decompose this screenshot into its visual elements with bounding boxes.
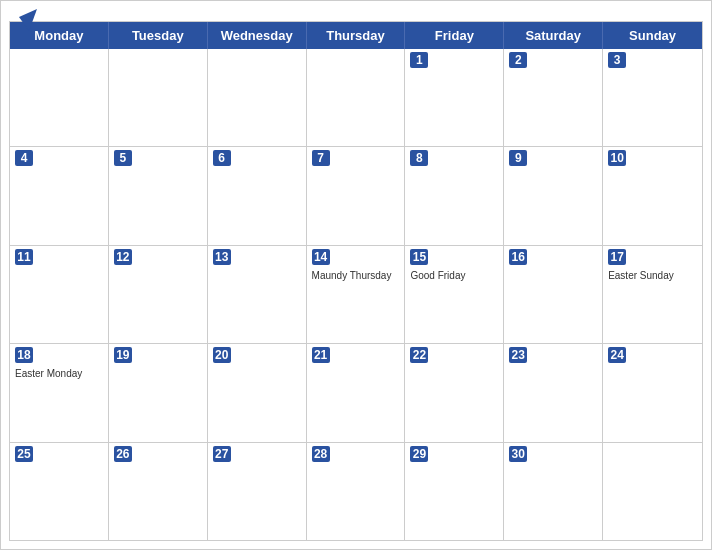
calendar-page: MondayTuesdayWednesdayThursdayFridaySatu…: [0, 0, 712, 550]
day-cell: 14Maundy Thursday: [307, 246, 406, 343]
day-cell: 30: [504, 443, 603, 540]
day-number: 30: [509, 446, 527, 462]
day-number: 5: [114, 150, 132, 166]
week-row-1: 123: [10, 49, 702, 147]
day-cell: 21: [307, 344, 406, 441]
day-cell: 1: [405, 49, 504, 146]
logo-bird-icon: [19, 9, 37, 31]
day-number: 24: [608, 347, 626, 363]
day-number: 22: [410, 347, 428, 363]
weekday-header-tuesday: Tuesday: [109, 22, 208, 49]
holiday-label: Good Friday: [410, 269, 498, 282]
day-cell: 3: [603, 49, 702, 146]
day-cell: 24: [603, 344, 702, 441]
day-cell: [10, 49, 109, 146]
day-cell: 6: [208, 147, 307, 244]
weekday-header-thursday: Thursday: [307, 22, 406, 49]
calendar-body: 1234567891011121314Maundy Thursday15Good…: [10, 49, 702, 540]
day-number: 11: [15, 249, 33, 265]
day-number: 8: [410, 150, 428, 166]
day-number: 14: [312, 249, 330, 265]
day-number: 23: [509, 347, 527, 363]
day-number: 12: [114, 249, 132, 265]
day-number: 15: [410, 249, 428, 265]
day-number: 10: [608, 150, 626, 166]
weekday-headers: MondayTuesdayWednesdayThursdayFridaySatu…: [10, 22, 702, 49]
holiday-label: Easter Sunday: [608, 269, 697, 282]
day-number: 29: [410, 446, 428, 462]
day-cell: 23: [504, 344, 603, 441]
holiday-label: Maundy Thursday: [312, 269, 400, 282]
weekday-header-saturday: Saturday: [504, 22, 603, 49]
day-cell: [603, 443, 702, 540]
calendar-header: [1, 1, 711, 21]
weekday-header-wednesday: Wednesday: [208, 22, 307, 49]
day-cell: 12: [109, 246, 208, 343]
day-cell: 10: [603, 147, 702, 244]
day-number: 6: [213, 150, 231, 166]
week-row-3: 11121314Maundy Thursday15Good Friday1617…: [10, 246, 702, 344]
day-cell: 26: [109, 443, 208, 540]
day-cell: 11: [10, 246, 109, 343]
day-cell: 17Easter Sunday: [603, 246, 702, 343]
week-row-4: 18Easter Monday192021222324: [10, 344, 702, 442]
holiday-label: Easter Monday: [15, 367, 103, 380]
day-cell: 13: [208, 246, 307, 343]
day-number: 17: [608, 249, 626, 265]
day-cell: 16: [504, 246, 603, 343]
day-number: 16: [509, 249, 527, 265]
day-cell: [208, 49, 307, 146]
day-cell: 22: [405, 344, 504, 441]
day-cell: 7: [307, 147, 406, 244]
day-number: 26: [114, 446, 132, 462]
weekday-header-sunday: Sunday: [603, 22, 702, 49]
day-cell: 8: [405, 147, 504, 244]
day-number: 20: [213, 347, 231, 363]
day-cell: 19: [109, 344, 208, 441]
day-number: 4: [15, 150, 33, 166]
svg-marker-0: [19, 9, 37, 31]
day-number: 25: [15, 446, 33, 462]
day-cell: 28: [307, 443, 406, 540]
day-number: 7: [312, 150, 330, 166]
logo: [17, 9, 37, 31]
day-cell: 15Good Friday: [405, 246, 504, 343]
day-number: 28: [312, 446, 330, 462]
day-number: 21: [312, 347, 330, 363]
day-cell: 25: [10, 443, 109, 540]
week-row-5: 252627282930: [10, 443, 702, 540]
day-cell: 20: [208, 344, 307, 441]
day-cell: 9: [504, 147, 603, 244]
calendar-grid: MondayTuesdayWednesdayThursdayFridaySatu…: [9, 21, 703, 541]
day-number: 2: [509, 52, 527, 68]
day-cell: 18Easter Monday: [10, 344, 109, 441]
day-cell: [109, 49, 208, 146]
weekday-header-friday: Friday: [405, 22, 504, 49]
day-number: 1: [410, 52, 428, 68]
day-cell: 29: [405, 443, 504, 540]
day-number: 13: [213, 249, 231, 265]
day-cell: [307, 49, 406, 146]
day-cell: 2: [504, 49, 603, 146]
day-number: 19: [114, 347, 132, 363]
day-number: 9: [509, 150, 527, 166]
day-number: 3: [608, 52, 626, 68]
day-number: 18: [15, 347, 33, 363]
day-cell: 4: [10, 147, 109, 244]
day-cell: 5: [109, 147, 208, 244]
day-number: 27: [213, 446, 231, 462]
week-row-2: 45678910: [10, 147, 702, 245]
day-cell: 27: [208, 443, 307, 540]
